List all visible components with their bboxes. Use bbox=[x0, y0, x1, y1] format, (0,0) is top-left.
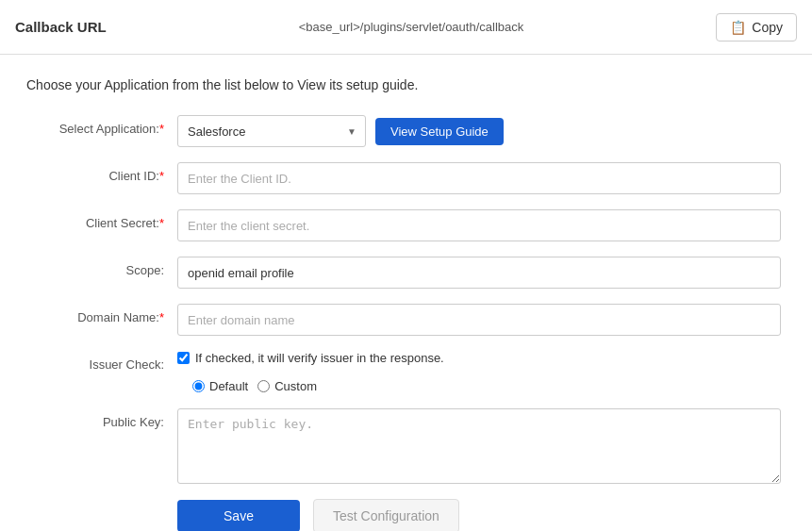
radio-custom-input[interactable] bbox=[257, 380, 270, 392]
select-application-wrapper: Salesforce Google GitHub Okta Azure AD bbox=[177, 115, 366, 147]
client-id-wrap bbox=[177, 162, 781, 194]
form-container: Select Application:* Salesforce Google G… bbox=[26, 115, 781, 531]
radio-custom-label: Custom bbox=[274, 379, 317, 393]
issuer-check-wrap: If checked, it will verify issuer in the… bbox=[177, 351, 781, 365]
issuer-check-text: If checked, it will verify issuer in the… bbox=[195, 351, 444, 365]
public-key-row: Public Key: bbox=[26, 408, 781, 484]
public-key-label: Public Key: bbox=[26, 408, 177, 429]
scope-wrap bbox=[177, 257, 781, 289]
domain-name-label: Domain Name:* bbox=[26, 304, 177, 324]
client-id-label: Client ID:* bbox=[26, 162, 177, 183]
client-id-row: Client ID:* bbox=[26, 162, 781, 194]
copy-label: Copy bbox=[752, 20, 783, 35]
radio-wrap: Default Custom bbox=[192, 379, 781, 393]
issuer-check-label: Issuer Check: bbox=[26, 351, 177, 372]
intro-text: Choose your Application from the list be… bbox=[26, 77, 786, 92]
view-setup-guide-button[interactable]: View Setup Guide bbox=[375, 118, 504, 145]
radio-row: Default Custom bbox=[26, 379, 781, 393]
client-secret-input[interactable] bbox=[177, 209, 781, 241]
issuer-check-option[interactable]: If checked, it will verify issuer in the… bbox=[177, 351, 444, 365]
radio-default-option[interactable]: Default bbox=[192, 379, 248, 393]
client-secret-wrap bbox=[177, 209, 781, 241]
test-configuration-button[interactable]: Test Configuration bbox=[313, 499, 459, 531]
header-bar: Callback URL <base_url>/plugins/servlet/… bbox=[0, 0, 812, 55]
radio-default-label: Default bbox=[209, 379, 248, 393]
select-application-row: Select Application:* Salesforce Google G… bbox=[26, 115, 781, 147]
public-key-wrap bbox=[177, 408, 781, 484]
scope-input[interactable] bbox=[177, 257, 781, 289]
scope-label: Scope: bbox=[26, 257, 177, 277]
scope-row: Scope: bbox=[26, 257, 781, 289]
buttons-row: Save Test Configuration bbox=[26, 499, 781, 531]
client-secret-row: Client Secret:* bbox=[26, 209, 781, 241]
client-secret-label: Client Secret:* bbox=[26, 209, 177, 230]
select-application-wrap: Salesforce Google GitHub Okta Azure AD V… bbox=[177, 115, 781, 147]
save-button[interactable]: Save bbox=[177, 500, 300, 531]
copy-icon: 📋 bbox=[730, 20, 746, 35]
callback-url-text: <base_url>/plugins/servlet/oauth/callbac… bbox=[299, 20, 523, 34]
radio-spacer bbox=[26, 383, 177, 390]
public-key-textarea[interactable] bbox=[177, 408, 781, 484]
domain-name-row: Domain Name:* bbox=[26, 304, 781, 336]
domain-name-wrap bbox=[177, 304, 781, 336]
issuer-check-row: Issuer Check: If checked, it will verify… bbox=[26, 351, 781, 372]
page-title: Callback URL bbox=[15, 19, 107, 35]
radio-custom-option[interactable]: Custom bbox=[257, 379, 317, 393]
main-content: Choose your Application from the list be… bbox=[0, 55, 812, 531]
issuer-check-checkbox[interactable] bbox=[177, 352, 190, 364]
select-application-dropdown[interactable]: Salesforce Google GitHub Okta Azure AD bbox=[177, 115, 366, 147]
radio-default-input[interactable] bbox=[192, 380, 205, 392]
copy-button[interactable]: 📋 Copy bbox=[716, 13, 797, 41]
domain-name-input[interactable] bbox=[177, 304, 781, 336]
select-application-label: Select Application:* bbox=[26, 115, 177, 136]
client-id-input[interactable] bbox=[177, 162, 781, 194]
